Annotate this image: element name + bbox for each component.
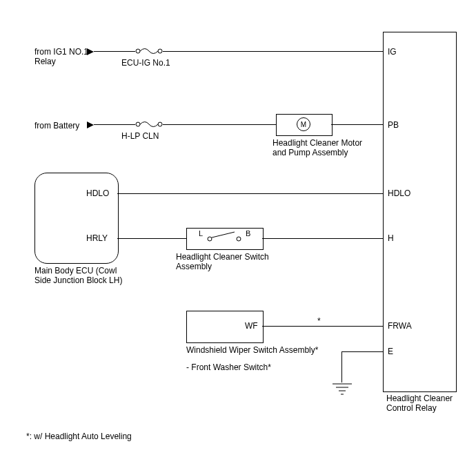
wire-ig-2: [163, 51, 383, 52]
ig1-arrow-icon: [87, 48, 94, 55]
wire-frwa: [262, 326, 383, 327]
wire-ig-1: [94, 51, 135, 52]
pin-e: E: [388, 347, 393, 356]
svg-point-0: [136, 49, 140, 53]
pin-hrly: HRLY: [86, 233, 108, 243]
main-ecu-box: [34, 173, 119, 264]
svg-line-5: [212, 232, 235, 238]
main-ecu-label: Main Body ECU (Cowl Side Junction Block …: [34, 266, 122, 285]
wiper-switch-label: Windshield Wiper Switch Assembly*: [186, 345, 318, 355]
motor-label: Headlight Cleaner Motor and Pump Assembl…: [272, 138, 362, 157]
fuse-ecu-ig-icon: [135, 46, 163, 56]
control-relay-label: Headlight Cleaner Control Relay: [386, 394, 453, 413]
svg-point-1: [158, 49, 162, 53]
fuse-hlp-icon: [135, 119, 163, 129]
pin-h: H: [388, 233, 394, 243]
fuse-ecu-ig-label: ECU-IG No.1: [121, 58, 170, 68]
pin-hdlo-left: HDLO: [86, 188, 109, 198]
svg-point-2: [136, 122, 140, 126]
ground-icon: [331, 383, 353, 395]
pin-frwa: FRWA: [388, 321, 412, 331]
footnote-label: *: w/ Headlight Auto Leveling: [26, 432, 132, 441]
wire-h-1: [117, 238, 186, 239]
wire-h-2: [262, 238, 383, 239]
wiring-diagram: Headlight Cleaner Control Relay from IG1…: [0, 0, 476, 455]
pin-wf: WF: [245, 321, 258, 331]
svg-point-4: [208, 237, 212, 241]
wire-pb-1: [94, 124, 135, 125]
wire-e-v: [341, 351, 342, 383]
pin-ig: IG: [388, 47, 397, 57]
wiper-sub-label: - Front Washer Switch*: [186, 362, 271, 372]
motor-icon: M: [297, 117, 310, 131]
pin-l: L: [199, 229, 203, 238]
wire-pb-2: [163, 124, 276, 125]
control-relay-box: [383, 32, 457, 392]
switch-icon: [206, 231, 243, 243]
svg-point-3: [158, 122, 162, 126]
pin-pb: PB: [388, 120, 399, 130]
battery-arrow-icon: [87, 122, 94, 128]
wire-pb-3: [331, 124, 383, 125]
asterisk-label: *: [317, 316, 321, 326]
cleaner-switch-label: Headlight Cleaner Switch Assembly: [176, 252, 269, 271]
motor-m-label: M: [301, 121, 306, 128]
wire-hdlo: [117, 193, 383, 194]
svg-point-6: [237, 237, 241, 241]
battery-source-label: from Battery: [34, 121, 79, 130]
wire-e-h: [341, 351, 383, 352]
ig1-source-label: from IG1 NO.1 Relay: [34, 47, 88, 66]
pin-b: B: [246, 229, 250, 238]
pin-hdlo-right: HDLO: [388, 188, 410, 198]
fuse-hlp-label: H-LP CLN: [121, 131, 159, 141]
